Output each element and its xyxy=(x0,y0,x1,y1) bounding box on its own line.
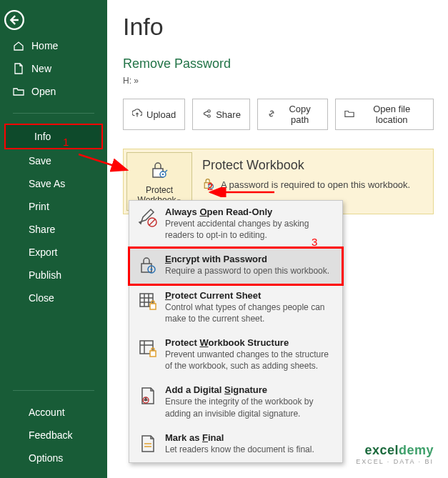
action-row: Upload Share Copy path Open file locatio… xyxy=(123,99,434,130)
share-button[interactable]: Share xyxy=(192,99,250,130)
lock-key-icon xyxy=(149,160,169,182)
watermark: exceldemy EXCEL · DATA · BI xyxy=(356,443,434,465)
sheet-lock-icon xyxy=(138,292,158,312)
nav-open[interactable]: Open xyxy=(0,80,107,103)
nav-label: Options xyxy=(29,452,63,464)
divider xyxy=(13,113,94,114)
nav-label: New xyxy=(31,63,51,74)
menu-mark-as-final[interactable]: Mark as FinalLet readers know the docume… xyxy=(129,427,342,462)
svg-point-3 xyxy=(162,174,164,176)
nav-label: Export xyxy=(29,247,57,258)
nav-account[interactable]: Account xyxy=(0,401,107,424)
button-label: Open file location xyxy=(359,104,424,125)
nav-home[interactable]: Home xyxy=(0,34,107,57)
nav-print[interactable]: Print xyxy=(0,195,107,218)
upload-button[interactable]: Upload xyxy=(123,99,185,130)
button-label: Copy path xyxy=(281,104,319,125)
nav-label: Share xyxy=(29,224,55,235)
menu-add-digital-signature[interactable]: Add a Digital SignatureEnsure the integr… xyxy=(129,379,342,426)
menu-encrypt-with-password[interactable]: Encrypt with PasswordRequire a password … xyxy=(129,248,342,284)
menu-always-open-read-only[interactable]: Always Open Read-OnlyPrevent accidental … xyxy=(129,201,342,248)
menu-title: Add a Digital Signature xyxy=(165,384,334,395)
svg-rect-7 xyxy=(141,264,151,272)
upload-icon xyxy=(132,109,142,121)
lock-key-icon xyxy=(202,177,215,192)
page-title: Info xyxy=(123,13,434,41)
share-icon xyxy=(201,109,211,121)
menu-title: Protect Workbook Structure xyxy=(165,337,334,348)
folder-icon xyxy=(344,109,354,121)
nav-new[interactable]: New xyxy=(0,57,107,80)
menu-desc: Prevent accidental changes by asking rea… xyxy=(165,218,334,241)
menu-desc: Let readers know the document is final. xyxy=(165,444,314,455)
menu-desc: Control what types of changes people can… xyxy=(165,302,334,324)
menu-title: Always Open Read-Only xyxy=(165,206,334,217)
svg-rect-13 xyxy=(150,351,156,357)
nav-options[interactable]: Options xyxy=(0,447,107,469)
svg-rect-11 xyxy=(150,304,156,309)
protect-title: Protect Workbook xyxy=(202,158,422,173)
nav-label: Account xyxy=(29,407,65,418)
signature-icon xyxy=(138,386,158,406)
menu-desc: Prevent unwanted changes to the structur… xyxy=(165,349,334,372)
pencil-block-icon xyxy=(138,208,158,228)
nav-info[interactable]: Info xyxy=(6,125,101,148)
backstage-sidebar: Home New Open Info Save Save As Print Sh… xyxy=(0,0,107,478)
open-location-button[interactable]: Open file location xyxy=(335,99,434,130)
svg-rect-4 xyxy=(204,183,211,189)
new-icon xyxy=(13,63,24,74)
menu-protect-workbook-structure[interactable]: Protect Workbook StructurePrevent unwant… xyxy=(129,332,342,379)
back-button[interactable] xyxy=(0,6,29,34)
nav-label: Open xyxy=(31,86,56,97)
lock-key-icon xyxy=(138,255,158,275)
open-icon xyxy=(13,86,24,97)
nav-label: Publish xyxy=(29,269,61,281)
nav-save-as[interactable]: Save As xyxy=(0,172,107,195)
link-icon xyxy=(267,109,277,121)
nav-export[interactable]: Export xyxy=(0,241,107,264)
nav-feedback[interactable]: Feedback xyxy=(0,424,107,447)
nav-close[interactable]: Close xyxy=(0,287,107,309)
nav-label: Home xyxy=(31,40,58,51)
protect-workbook-menu: Always Open Read-OnlyPrevent accidental … xyxy=(129,200,343,463)
svg-point-9 xyxy=(151,269,153,271)
menu-title: Mark as Final xyxy=(165,432,314,443)
home-icon xyxy=(13,40,24,51)
menu-desc: Ensure the integrity of the workbook by … xyxy=(165,396,334,419)
document-path: H: » xyxy=(123,76,434,86)
nav-share[interactable]: Share xyxy=(0,218,107,241)
menu-protect-current-sheet[interactable]: Protect Current SheetControl what types … xyxy=(129,284,342,332)
nav-save[interactable]: Save xyxy=(0,149,107,172)
nav-label: Save As xyxy=(29,178,65,189)
workbook-lock-icon xyxy=(138,339,158,359)
nav-label: Print xyxy=(29,201,49,212)
menu-desc: Require a password to open this workbook… xyxy=(165,265,329,277)
menu-title: Encrypt with Password xyxy=(165,254,329,264)
nav-publish[interactable]: Publish xyxy=(0,264,107,287)
nav-label: Feedback xyxy=(29,429,72,441)
button-label: Upload xyxy=(146,109,176,120)
final-doc-icon xyxy=(138,434,158,454)
divider xyxy=(13,390,94,391)
button-label: Share xyxy=(216,109,241,120)
nav-label: Save xyxy=(29,155,51,166)
nav-label: Close xyxy=(29,292,54,304)
protect-desc: A password is required to open this work… xyxy=(221,179,410,190)
document-title: Remove Password xyxy=(123,56,434,71)
menu-title: Protect Current Sheet xyxy=(165,290,334,301)
nav-label: Info xyxy=(34,131,51,142)
copy-path-button[interactable]: Copy path xyxy=(257,99,328,130)
